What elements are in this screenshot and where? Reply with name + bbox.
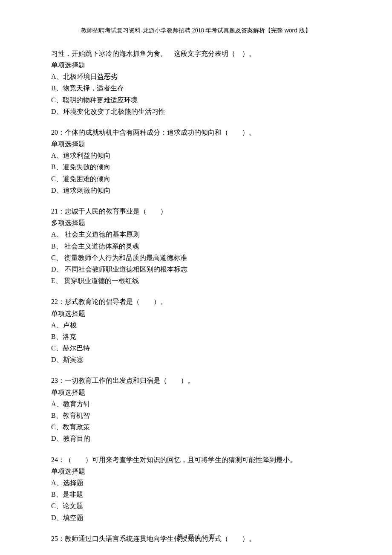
question-20-option-b: B、避免失败的倾向 bbox=[51, 161, 341, 173]
question-22-option-a: A、卢梭 bbox=[51, 319, 341, 331]
question-22-option-b: B、洛克 bbox=[51, 331, 341, 342]
question-19-option-a: A、北极环境日益恶劣 bbox=[51, 71, 341, 82]
question-23-option-b: B、教育机智 bbox=[51, 410, 341, 421]
question-23-option-a: A、教育方针 bbox=[51, 398, 341, 410]
footer-mid: 页 共 bbox=[187, 533, 202, 540]
question-20-option-a: A、追求利益的倾向 bbox=[51, 150, 341, 161]
question-24-stem: 24：（ ）可用来考查学生对知识的回忆，且可将学生的猜测可能性降到最小。 bbox=[51, 454, 341, 465]
question-19-cont: 习性，开始跳下冰冷的海水抓鱼为食。 这段文字充分表明（ ）。 bbox=[51, 48, 341, 59]
question-22-option-d: D、斯宾塞 bbox=[51, 354, 341, 365]
question-24-option-a: A、选择题 bbox=[51, 477, 341, 489]
question-23-block: 23：一切教育工作的出发点和归宿是（ ）。 单项选择题 A、教育方针 B、教育机… bbox=[51, 375, 341, 444]
question-19-option-d: D、环境变化改变了北极熊的生活习性 bbox=[51, 106, 341, 117]
question-20-option-c: C、避免困难的倾向 bbox=[51, 173, 341, 185]
question-22-option-c: C、赫尔巴特 bbox=[51, 342, 341, 354]
header-prefix: 教师招聘考试复习资料-龙游小学教师招聘 bbox=[81, 27, 192, 34]
question-21-type: 多项选择题 bbox=[51, 217, 341, 228]
page-content: 教师招聘考试复习资料-龙游小学教师招聘 2018 年考试真题及答案解析【完整 w… bbox=[0, 0, 392, 555]
header-suffix: 版】 bbox=[297, 27, 311, 34]
header-year: 2018 bbox=[192, 27, 204, 34]
question-21-option-a: A、 社会主义道德的基本原则 bbox=[51, 228, 341, 240]
question-24-type: 单项选择题 bbox=[51, 465, 341, 477]
question-23-stem: 23：一切教育工作的出发点和归宿是（ ）。 bbox=[51, 375, 341, 386]
header-word: word bbox=[285, 27, 297, 34]
question-19-option-c: C、聪明的物种更难适应环境 bbox=[51, 94, 341, 106]
question-20-type: 单项选择题 bbox=[51, 138, 341, 150]
question-22-type: 单项选择题 bbox=[51, 308, 341, 319]
question-19-option-b: B、物竞天择，适者生存 bbox=[51, 82, 341, 94]
question-19-type: 单项选择题 bbox=[51, 59, 341, 71]
question-21-block: 21：忠诚于人民的教育事业是（ ） 多项选择题 A、 社会主义道德的基本原则 B… bbox=[51, 205, 341, 286]
question-24-option-b: B、是非题 bbox=[51, 489, 341, 500]
question-24-option-d: D、填空题 bbox=[51, 512, 341, 523]
question-19-block: 习性，开始跳下冰冷的海水抓鱼为食。 这段文字充分表明（ ）。 单项选择题 A、北… bbox=[51, 48, 341, 117]
question-23-option-c: C、教育政策 bbox=[51, 421, 341, 433]
question-21-option-c: C、 衡量教师个人行为和品质的最高道德标准 bbox=[51, 252, 341, 263]
question-21-stem: 21：忠诚于人民的教育事业是（ ） bbox=[51, 205, 341, 217]
header-mid: 年考试真题及答案解析【完整 bbox=[204, 27, 285, 34]
footer-prefix: 第 bbox=[177, 533, 184, 540]
question-21-option-e: E、 贯穿职业道德的一根红线 bbox=[51, 275, 341, 286]
question-21-option-d: D、 不同社会教师职业道德相区别的根本标志 bbox=[51, 263, 341, 275]
question-22-stem: 22：形式教育论的倡导者是（ ）。 bbox=[51, 296, 341, 307]
question-20-option-d: D、追求刺激的倾向 bbox=[51, 185, 341, 196]
question-20-block: 20：个体的成就动机中含有两种成分：追求成功的倾向和（ ）。 单项选择题 A、追… bbox=[51, 127, 341, 196]
question-24-option-c: C、论文题 bbox=[51, 500, 341, 512]
question-21-option-b: B、 社会主义道德体系的灵魂 bbox=[51, 240, 341, 252]
question-24-block: 24：（ ）可用来考查学生对知识的回忆，且可将学生的猜测可能性降到最小。 单项选… bbox=[51, 454, 341, 523]
question-23-type: 单项选择题 bbox=[51, 387, 341, 398]
question-23-option-d: D、教育目的 bbox=[51, 433, 341, 444]
question-20-stem: 20：个体的成就动机中含有两种成分：追求成功的倾向和（ ）。 bbox=[51, 127, 341, 138]
question-22-block: 22：形式教育论的倡导者是（ ）。 单项选择题 A、卢梭 B、洛克 C、赫尔巴特… bbox=[51, 296, 341, 365]
footer-suffix: 页 bbox=[208, 533, 215, 540]
footer-total: 14 bbox=[202, 533, 208, 540]
page-header: 教师招聘考试复习资料-龙游小学教师招聘 2018 年考试真题及答案解析【完整 w… bbox=[51, 26, 341, 36]
page-footer: 第 4 页 共 14 页 bbox=[0, 533, 392, 541]
